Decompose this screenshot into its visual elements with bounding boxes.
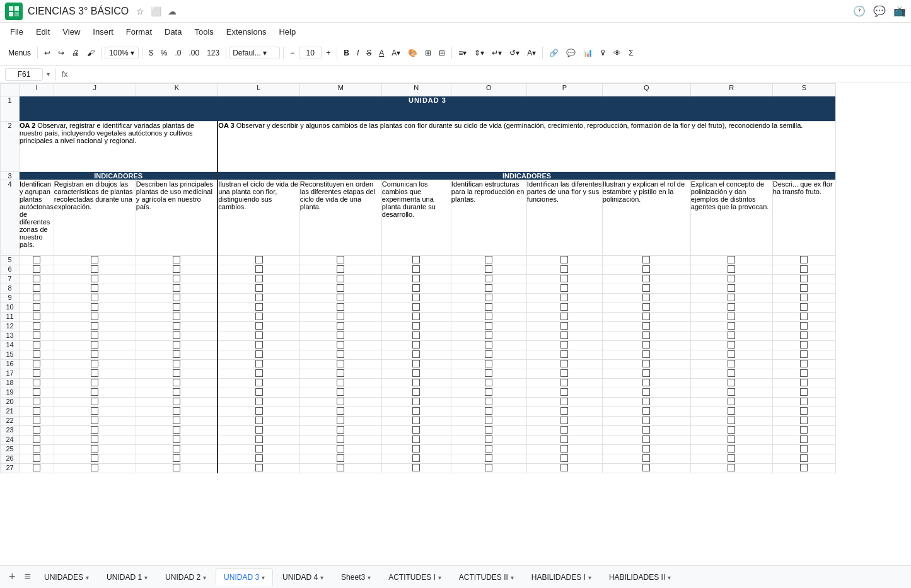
checkbox[interactable] [642, 256, 650, 263]
checkbox[interactable] [800, 275, 808, 282]
rotate-button[interactable]: ↺▾ [506, 47, 523, 59]
ind-cell-oa3-7[interactable]: Explican el concepto de polinización y d… [690, 180, 772, 256]
checkbox[interactable] [337, 303, 344, 311]
checkbox[interactable] [91, 275, 98, 282]
ind-cell-oa3-2[interactable]: Reconstituyen en orden las diferentes et… [299, 180, 381, 256]
merge-button[interactable]: ⊟ [436, 47, 448, 59]
checkbox[interactable] [800, 379, 808, 386]
checkbox[interactable] [337, 294, 344, 301]
checkbox[interactable] [33, 398, 40, 405]
checkbox[interactable] [255, 294, 263, 301]
menu-file[interactable]: File [5, 25, 28, 38]
menus-button[interactable]: Menus [5, 47, 34, 59]
checkbox[interactable] [33, 445, 40, 453]
checkbox[interactable] [91, 256, 98, 263]
checkbox[interactable] [412, 275, 420, 282]
checkbox[interactable] [728, 275, 735, 282]
doc-copy-icon[interactable]: ⬜ [151, 6, 161, 16]
checkbox[interactable] [255, 454, 263, 462]
tab-unidad2-arrow[interactable]: ▾ [203, 574, 206, 581]
checkbox[interactable] [728, 369, 735, 377]
checkbox[interactable] [728, 341, 735, 349]
checkbox[interactable] [173, 341, 180, 349]
checkbox[interactable] [173, 360, 180, 367]
ind-cell-oa3-8[interactable]: Descri... que ex flor ha transfo fruto. [772, 180, 835, 256]
checkbox[interactable] [173, 331, 180, 339]
sheet-menu-button[interactable]: ≡ [21, 568, 35, 586]
checkbox[interactable] [642, 417, 650, 424]
checkbox[interactable] [337, 464, 344, 471]
tab-habilidades2-arrow[interactable]: ▾ [668, 574, 671, 581]
halign-button[interactable]: ≡▾ [455, 47, 470, 59]
checkbox[interactable] [800, 360, 808, 367]
checkbox[interactable] [255, 341, 263, 349]
print-button[interactable]: 🖨 [69, 47, 83, 59]
checkbox[interactable] [485, 464, 492, 471]
col-header-j[interactable]: J [54, 84, 136, 96]
checkbox[interactable] [33, 284, 40, 292]
row-header-4[interactable]: 4 [1, 180, 20, 256]
checkbox[interactable] [800, 313, 808, 320]
checkbox[interactable] [560, 398, 568, 405]
checkbox[interactable] [412, 435, 420, 443]
checkbox[interactable] [560, 322, 568, 330]
checkbox[interactable] [485, 331, 492, 339]
checkbox[interactable] [91, 379, 98, 386]
checkbox[interactable] [642, 265, 650, 273]
checkbox[interactable] [485, 435, 492, 443]
checkbox[interactable] [485, 284, 492, 292]
checkbox[interactable] [91, 294, 98, 301]
checkbox[interactable] [642, 445, 650, 453]
col-header-n[interactable]: N [381, 84, 451, 96]
checkbox[interactable] [642, 454, 650, 462]
font-size-increase[interactable]: + [323, 47, 334, 59]
checkbox[interactable] [485, 256, 492, 263]
checkbox[interactable] [485, 454, 492, 462]
checkbox[interactable] [560, 445, 568, 453]
menu-view[interactable]: View [57, 25, 85, 38]
tab-unidad3[interactable]: UNIDAD 3 ▾ [216, 568, 273, 585]
checkbox[interactable] [337, 341, 344, 349]
checkbox[interactable] [642, 388, 650, 396]
ind-cell-oa3-1[interactable]: Ilustran el ciclo de vida de una planta … [218, 180, 299, 256]
filter-button[interactable]: ⊽ [597, 47, 609, 59]
underline-button[interactable]: A [376, 47, 387, 59]
checkbox[interactable] [412, 322, 420, 330]
checkbox[interactable] [560, 388, 568, 396]
checkbox[interactable] [255, 445, 263, 453]
checkbox[interactable] [173, 388, 180, 396]
checkbox[interactable] [91, 341, 98, 349]
checkbox[interactable] [560, 350, 568, 358]
checkbox[interactable] [91, 313, 98, 320]
checkbox[interactable] [255, 284, 263, 292]
checkbox[interactable] [412, 454, 420, 462]
checkbox[interactable] [337, 360, 344, 367]
checkbox[interactable] [255, 369, 263, 377]
checkbox[interactable] [33, 265, 40, 273]
checkbox[interactable] [412, 341, 420, 349]
menu-data[interactable]: Data [160, 25, 187, 38]
checkbox[interactable] [560, 417, 568, 424]
checkbox[interactable] [33, 435, 40, 443]
col-header-o[interactable]: O [451, 84, 526, 96]
col-header-m[interactable]: M [299, 84, 381, 96]
checkbox[interactable] [173, 417, 180, 424]
checkbox[interactable] [728, 322, 735, 330]
checkbox[interactable] [728, 313, 735, 320]
checkbox[interactable] [255, 379, 263, 386]
tab-habilidades1-arrow[interactable]: ▾ [588, 574, 591, 581]
checkbox[interactable] [560, 369, 568, 377]
checkbox[interactable] [255, 275, 263, 282]
tab-unidad4-arrow[interactable]: ▾ [320, 574, 323, 581]
checkbox[interactable] [173, 350, 180, 358]
checkbox[interactable] [91, 265, 98, 273]
checkbox[interactable] [255, 265, 263, 273]
checkbox[interactable] [642, 331, 650, 339]
checkbox[interactable] [560, 331, 568, 339]
oa3-cell[interactable]: OA 3 Observar y describir y algunos camb… [218, 122, 835, 172]
checkbox[interactable] [728, 256, 735, 263]
checkbox[interactable] [642, 398, 650, 405]
text-color2-button[interactable]: A▾ [524, 47, 539, 59]
ind-cell-oa3-5[interactable]: Identifican las diferentes partes de una… [526, 180, 602, 256]
checkbox[interactable] [412, 360, 420, 367]
